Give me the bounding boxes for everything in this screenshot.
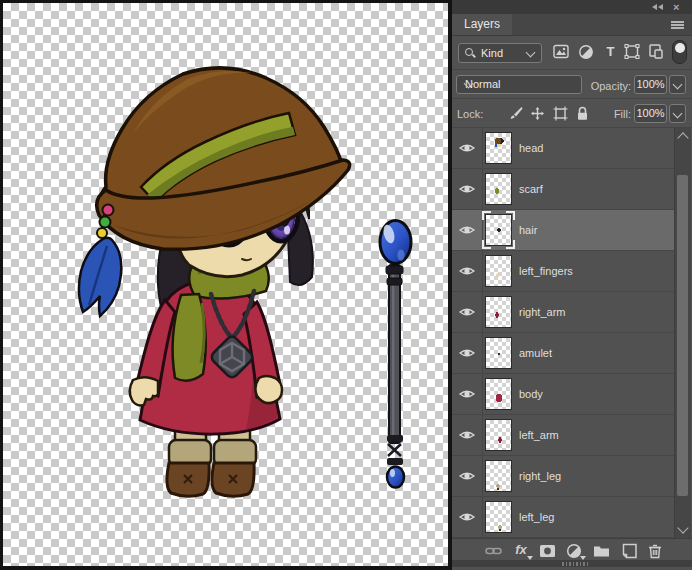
scrollbar[interactable]	[674, 128, 691, 538]
layer-thumbnail[interactable]	[485, 255, 512, 287]
blend-row: Normal Opacity: 100%	[452, 70, 692, 99]
search-icon	[465, 48, 473, 56]
lock-artboard-icon[interactable]	[553, 106, 568, 121]
layer-row-left-fingers[interactable]: left_fingers	[452, 251, 674, 292]
delete-layer-button[interactable]	[644, 541, 666, 559]
lock-image-pixels-icon[interactable]	[508, 106, 523, 121]
layer-name: scarf	[519, 169, 543, 209]
filter-row: Kind T	[452, 35, 692, 70]
opacity-label: Opacity:	[587, 80, 631, 92]
layer-name: body	[519, 374, 543, 414]
kind-label: Kind	[481, 47, 503, 59]
adjustment-layers-filter-icon[interactable]	[578, 44, 595, 60]
visibility-toggle[interactable]	[452, 210, 483, 250]
blend-mode-dropdown[interactable]: Normal	[456, 75, 582, 94]
add-layer-mask-button[interactable]	[536, 541, 558, 559]
chevron-down-icon	[673, 80, 683, 90]
layer-name: amulet	[519, 333, 552, 373]
fill-dropdown-button[interactable]	[669, 104, 686, 123]
opacity-value[interactable]: 100%	[634, 75, 667, 94]
layer-name: head	[519, 128, 543, 168]
layer-row-right-leg[interactable]: right_leg	[452, 456, 674, 497]
visibility-toggle[interactable]	[452, 333, 483, 373]
toggle-knob	[675, 43, 685, 53]
layer-thumbnail[interactable]	[485, 501, 512, 533]
lock-label: Lock:	[457, 108, 483, 120]
layer-thumbnail[interactable]	[485, 460, 512, 492]
panel-menu-icon[interactable]	[671, 21, 684, 29]
layer-row-body[interactable]: body	[452, 374, 674, 415]
kind-filter-dropdown[interactable]: Kind	[458, 43, 542, 63]
close-panel-icon[interactable]: ×	[673, 3, 687, 12]
visibility-toggle[interactable]	[452, 169, 483, 209]
visibility-toggle[interactable]	[452, 374, 483, 414]
panel-footer: fx	[452, 538, 692, 561]
visibility-toggle[interactable]	[452, 415, 483, 455]
fill-label: Fill:	[597, 108, 631, 120]
layer-row-left-arm[interactable]: left_arm	[452, 415, 674, 456]
visibility-toggle[interactable]	[452, 251, 483, 291]
layer-row-left-leg[interactable]: left_leg	[452, 497, 674, 538]
filter-toggle-switch[interactable]	[672, 40, 687, 64]
visibility-toggle[interactable]	[452, 497, 483, 537]
layer-thumbnail[interactable]	[485, 296, 512, 328]
layer-thumbnail[interactable]	[485, 378, 512, 410]
canvas[interactable]	[3, 3, 448, 566]
lock-position-icon[interactable]	[530, 106, 545, 121]
resize-grip[interactable]	[562, 562, 588, 566]
pixel-layers-filter-icon[interactable]	[553, 44, 570, 60]
smart-objects-filter-icon[interactable]	[648, 44, 665, 60]
layer-row-amulet[interactable]: amulet	[452, 333, 674, 374]
collapse-panel-icon[interactable]	[652, 3, 666, 12]
layer-thumbnail-selected[interactable]	[485, 214, 512, 246]
staff-artwork	[380, 221, 411, 488]
shape-layers-filter-icon[interactable]	[624, 44, 641, 60]
eye-icon	[459, 511, 475, 523]
fill-value[interactable]: 100%	[634, 104, 667, 123]
new-layer-button[interactable]	[618, 541, 640, 559]
layer-list: head scarf hair left_fingers righ	[452, 128, 692, 538]
character-artwork	[3, 3, 448, 566]
scroll-down-icon[interactable]	[677, 522, 688, 533]
eye-icon	[459, 224, 475, 236]
new-group-button[interactable]	[590, 541, 612, 559]
panel-title-strip: ×	[452, 0, 692, 14]
selection-corner	[506, 240, 515, 249]
eye-icon	[459, 142, 475, 154]
visibility-toggle[interactable]	[452, 292, 483, 332]
chevron-down-icon	[526, 48, 536, 58]
trash-icon	[648, 543, 662, 559]
type-layers-filter-icon[interactable]: T	[602, 44, 619, 60]
layer-thumbnail[interactable]	[485, 173, 512, 205]
layer-thumbnail[interactable]	[485, 419, 512, 451]
layer-row-head[interactable]: head	[452, 128, 674, 169]
opacity-dropdown-button[interactable]	[669, 75, 686, 94]
new-layer-icon	[622, 543, 637, 559]
panel-tab-bar: Layers	[452, 14, 692, 36]
eye-icon	[459, 347, 475, 359]
layer-thumbnail[interactable]	[485, 132, 512, 164]
visibility-toggle[interactable]	[452, 456, 483, 496]
layer-mask-icon	[539, 544, 556, 558]
scroll-up-icon[interactable]	[677, 132, 688, 143]
lock-transparent-pixels-icon[interactable]	[487, 106, 502, 121]
new-adjustment-layer-button[interactable]	[563, 541, 585, 559]
link-layers-button[interactable]	[482, 541, 504, 559]
layer-name: right_arm	[519, 292, 565, 332]
layer-row-hair[interactable]: hair	[452, 210, 674, 251]
eye-icon	[459, 429, 475, 441]
eye-icon	[459, 183, 475, 195]
layer-row-scarf[interactable]: scarf	[452, 169, 674, 210]
eye-icon	[459, 470, 475, 482]
layer-name: left_leg	[519, 497, 554, 537]
chevron-down-icon	[673, 109, 683, 119]
layer-name: left_fingers	[519, 251, 573, 291]
layer-style-button[interactable]: fx	[510, 541, 532, 559]
visibility-toggle[interactable]	[452, 128, 483, 168]
tab-layers[interactable]: Layers	[452, 14, 512, 35]
layer-thumbnail[interactable]	[485, 337, 512, 369]
layer-row-right-arm[interactable]: right_arm	[452, 292, 674, 333]
scrollbar-thumb[interactable]	[677, 175, 688, 496]
lock-all-icon[interactable]	[576, 106, 591, 121]
panel-resize-strip[interactable]	[452, 560, 692, 567]
